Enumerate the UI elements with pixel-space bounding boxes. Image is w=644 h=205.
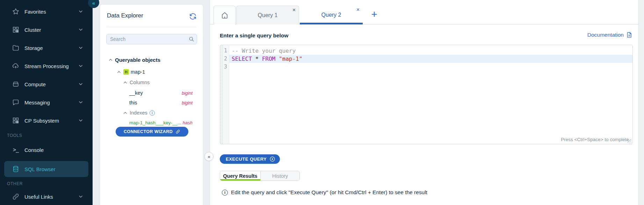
tab-home[interactable] — [214, 6, 236, 24]
sql-star: * — [255, 56, 259, 62]
execute-query-label: EXECUTE QUERY — [226, 156, 267, 162]
documentation-link[interactable]: Documentation — [587, 31, 633, 38]
tab-query-2[interactable]: Query 2 × — [300, 6, 363, 24]
column-type: bigint — [182, 90, 193, 96]
column-name: this — [129, 100, 137, 105]
editor-line: 1 -- Write your query — [220, 47, 632, 55]
close-icon[interactable]: × — [356, 7, 360, 13]
sidebar-item-favorites[interactable]: Favorites — [0, 2, 93, 21]
search-input[interactable] — [106, 34, 197, 44]
sidebar-item-stream-processing[interactable]: Stream Processing — [0, 57, 93, 75]
connector-wizard-button[interactable]: CONNECTOR WIZARD — [116, 127, 188, 137]
execute-query-button[interactable]: EXECUTE QUERY — [220, 154, 280, 164]
search-icon — [188, 36, 195, 42]
sidebar-item-storage[interactable]: Storage — [0, 39, 93, 57]
divider — [107, 27, 196, 27]
chevron-up-icon[interactable] — [108, 58, 113, 62]
active-tab-indicator — [300, 23, 363, 24]
chevron-down-icon — [78, 45, 84, 51]
chevron-down-icon — [78, 100, 84, 105]
app-root: Favorites Cluster Storage Stream Process… — [0, 0, 644, 205]
sql-editor[interactable]: 1 -- Write your query 2 SELECT * FROM "m… — [220, 45, 633, 144]
chevron-up-icon[interactable] — [117, 70, 121, 74]
drive-icon — [12, 80, 20, 88]
code-line-active: SELECT * FROM "map-1" — [229, 55, 632, 63]
star-icon — [12, 7, 20, 16]
editor-line: 3 — [220, 63, 632, 71]
vertical-scrollbar[interactable] — [638, 0, 644, 205]
tab-history[interactable]: History — [260, 171, 299, 181]
sidebar-item-cluster[interactable]: Cluster — [0, 21, 93, 39]
link-icon — [175, 129, 180, 134]
tree-item-index[interactable]: map-1_hash___key-__... hash — [100, 118, 203, 127]
tools-section-label: TOOLS — [7, 133, 22, 138]
sidebar-item-cp-subsystem[interactable]: CP Subsystem — [0, 111, 93, 130]
tree-item-indexes[interactable]: Indexes i — [100, 109, 203, 117]
tree-label: Columns — [130, 80, 150, 85]
editor-resize-handle[interactable] — [628, 139, 632, 143]
query-panel: Query 1 × Query 2 × + Enter a single que… — [210, 0, 638, 205]
sidebar-item-useful-links[interactable]: Useful Links — [0, 188, 93, 205]
sidebar-item-label: Storage — [24, 45, 43, 51]
sidebar-item-label: Useful Links — [24, 194, 53, 200]
play-circle-icon — [269, 156, 275, 162]
tab-label: Query 2 — [321, 12, 341, 18]
chevron-down-icon — [78, 9, 84, 14]
query-heading: Enter a single query below — [220, 32, 288, 39]
connector-wizard-label: CONNECTOR WIZARD — [124, 129, 173, 134]
sql-comment: -- Write your query — [232, 47, 296, 54]
info-icon[interactable]: i — [150, 110, 155, 116]
refresh-icon[interactable] — [189, 13, 197, 21]
tab-query-1[interactable]: Query 1 × — [236, 6, 299, 24]
data-explorer-panel: Data Explorer Queryable objects H map-1 … — [93, 0, 210, 205]
autocomplete-hint: Press <Ctrl+Space> to complete — [561, 137, 629, 142]
sidebar-item-sql-browser[interactable]: SQL Browser — [4, 161, 88, 177]
chevron-down-icon — [78, 63, 84, 69]
chevron-down-icon — [78, 194, 84, 199]
close-icon[interactable]: × — [292, 7, 296, 13]
sidebar-item-label: Compute — [24, 81, 46, 87]
sql-string: "map-1" — [279, 56, 302, 62]
tree-label: Indexes — [130, 110, 147, 116]
sidebar-item-label: SQL Browser — [24, 166, 56, 172]
code-line — [229, 63, 632, 71]
result-info-message: i Edit the query and click "Execute Quer… — [220, 189, 427, 196]
explorer-collapse-button[interactable]: « — [204, 152, 214, 161]
terminal-icon: >_ — [12, 146, 20, 154]
index-name: map-1_hash___key-__... — [129, 120, 181, 125]
tab-label: History — [272, 173, 288, 179]
sidebar-item-label: CP Subsystem — [24, 118, 59, 124]
database-icon — [12, 165, 20, 173]
line-number: 2 — [220, 55, 229, 63]
documentation-label: Documentation — [587, 32, 624, 38]
sidebar: Favorites Cluster Storage Stream Process… — [0, 0, 93, 205]
chevron-up-icon[interactable] — [123, 111, 128, 115]
folder-icon — [12, 44, 20, 52]
chevron-down-icon — [78, 81, 84, 87]
cloud-arrow-icon — [12, 62, 20, 70]
tree-item-queryable-objects[interactable]: Queryable objects — [100, 56, 203, 64]
grid-icon — [12, 116, 20, 125]
sidebar-item-console[interactable]: >_ Console — [0, 141, 93, 159]
other-section-label: OTHER — [7, 181, 23, 186]
sidebar-item-label: Messaging — [24, 100, 50, 105]
add-tab-button[interactable]: + — [366, 6, 383, 23]
tree-item-map-1[interactable]: H map-1 — [100, 68, 203, 76]
sidebar-item-messaging[interactable]: Messaging — [0, 93, 93, 111]
tab-label: Query 1 — [258, 12, 278, 19]
sidebar-item-compute[interactable]: Compute — [0, 75, 93, 93]
info-text: Edit the query and click "Execute Query"… — [231, 189, 427, 196]
tab-query-results[interactable]: Query Results — [220, 171, 260, 181]
chevron-down-icon — [78, 118, 84, 123]
query-tabbar: Query 1 × Query 2 × + — [210, 0, 638, 24]
sidebar-item-label: Stream Processing — [24, 63, 69, 69]
search-field-wrap — [106, 34, 197, 44]
chevron-up-icon[interactable] — [123, 80, 128, 85]
tree-item-column-key[interactable]: __key bigint — [100, 89, 203, 97]
grid-icon — [12, 25, 20, 34]
active-result-tab-indicator — [220, 179, 260, 181]
tree-item-columns[interactable]: Columns — [100, 78, 203, 87]
link-icon — [12, 192, 20, 201]
tree-item-column-this[interactable]: this bigint — [100, 98, 203, 107]
editor-lines: 1 -- Write your query 2 SELECT * FROM "m… — [220, 47, 632, 71]
